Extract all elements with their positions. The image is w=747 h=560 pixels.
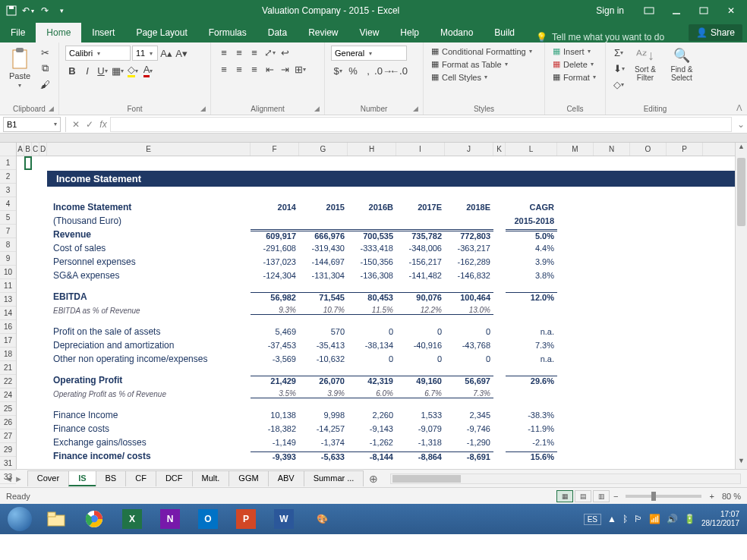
expand-formula-bar-icon[interactable]: ⌄: [735, 119, 747, 130]
sheet-tab[interactable]: ABV: [268, 470, 304, 486]
qat-customize-icon[interactable]: ▾: [55, 4, 68, 17]
cut-icon[interactable]: ✂: [38, 46, 52, 59]
row-header[interactable]: 27: [0, 429, 16, 443]
format-as-table-button[interactable]: ▦Format as Table▾: [430, 58, 509, 70]
row-header[interactable]: 9: [0, 252, 16, 266]
row-header[interactable]: 10: [0, 266, 16, 279]
comma-icon[interactable]: ,: [361, 64, 375, 77]
row-header[interactable]: 18: [0, 348, 16, 361]
sheet-tab[interactable]: GGM: [229, 470, 268, 486]
new-sheet-button[interactable]: ⊕: [363, 473, 384, 485]
row-header[interactable]: 7: [0, 225, 16, 238]
tab-build[interactable]: Build: [484, 23, 525, 42]
row-header[interactable]: 4: [0, 197, 16, 211]
decrease-font-icon[interactable]: A▾: [175, 46, 188, 60]
hscroll-thumb[interactable]: [392, 475, 461, 483]
accounting-icon[interactable]: $▾: [331, 64, 345, 77]
copy-icon[interactable]: ⧉: [38, 61, 52, 75]
insert-cells-button[interactable]: ▦Insert▾: [551, 46, 592, 57]
col-header[interactable]: F: [251, 143, 299, 156]
clock[interactable]: 17:07 28/12/2017: [701, 510, 739, 528]
tab-help[interactable]: Help: [389, 23, 430, 42]
tab-modano[interactable]: Modano: [430, 23, 484, 42]
dialog-launcher-icon[interactable]: ◢: [200, 105, 206, 112]
excel-button[interactable]: X: [114, 507, 150, 531]
row-header[interactable]: 11: [0, 279, 16, 293]
start-button[interactable]: [3, 507, 36, 531]
share-button[interactable]: 👤Share: [689, 24, 742, 41]
tell-me-search[interactable]: 💡Tell me what you want to do: [525, 32, 675, 42]
horizontal-scrollbar[interactable]: [390, 473, 741, 484]
row-header[interactable]: 24: [0, 389, 16, 402]
outlook-button[interactable]: O: [190, 507, 226, 531]
tab-review[interactable]: Review: [298, 23, 348, 42]
col-header[interactable]: N: [594, 143, 630, 156]
word-button[interactable]: W: [266, 507, 302, 531]
page-break-view-icon[interactable]: ▥: [593, 490, 610, 502]
tab-data[interactable]: Data: [257, 23, 298, 42]
fill-icon[interactable]: ⬇▾: [612, 61, 626, 75]
dialog-launcher-icon[interactable]: ◢: [413, 105, 418, 112]
increase-font-icon[interactable]: A▴: [159, 46, 173, 60]
scroll-down-icon[interactable]: ▼: [736, 457, 747, 469]
ribbon-display-icon[interactable]: [639, 4, 659, 17]
cancel-formula-icon[interactable]: ✕: [69, 119, 83, 130]
col-header[interactable]: M: [557, 143, 594, 156]
chrome-button[interactable]: [76, 507, 112, 531]
zoom-in-icon[interactable]: +: [709, 492, 714, 501]
decrease-indent-icon[interactable]: ⇤: [263, 62, 276, 76]
paint-button[interactable]: 🎨: [304, 507, 340, 531]
paste-button[interactable]: Paste ▾: [6, 46, 33, 90]
row-header[interactable]: 8: [0, 238, 16, 252]
minimize-icon[interactable]: [667, 4, 686, 17]
signin-link[interactable]: Sign in: [588, 5, 632, 16]
normal-view-icon[interactable]: ▦: [556, 490, 573, 502]
find-select-button[interactable]: 🔍Find & Select: [665, 46, 698, 83]
underline-icon[interactable]: U▾: [96, 64, 109, 77]
number-format-select[interactable]: General▾: [331, 46, 407, 61]
zoom-level[interactable]: 80 %: [722, 492, 741, 501]
dialog-launcher-icon[interactable]: ◢: [49, 105, 54, 112]
font-color-icon[interactable]: A▾: [141, 64, 155, 77]
sheet-tab[interactable]: IS: [68, 470, 96, 486]
orientation-icon[interactable]: ⤢▾: [263, 46, 276, 59]
network-icon[interactable]: 📶: [649, 514, 660, 524]
align-center-icon[interactable]: ≡: [232, 62, 246, 76]
align-middle-icon[interactable]: ≡: [232, 46, 246, 59]
row-header[interactable]: 25: [0, 402, 16, 416]
col-header[interactable]: H: [348, 143, 396, 156]
sheet-tab[interactable]: BS: [96, 470, 127, 486]
col-header[interactable]: I: [396, 143, 445, 156]
undo-icon[interactable]: ↶▾: [21, 4, 35, 17]
explorer-button[interactable]: [38, 507, 74, 531]
col-header[interactable]: K: [493, 143, 506, 156]
font-name-select[interactable]: Calibri▾: [65, 46, 131, 61]
clear-icon[interactable]: ◇▾: [612, 77, 626, 91]
zoom-thumb[interactable]: [651, 492, 656, 501]
enter-formula-icon[interactable]: ✓: [83, 119, 96, 130]
tab-file[interactable]: File: [0, 23, 36, 42]
language-indicator[interactable]: ES: [584, 514, 601, 525]
redo-icon[interactable]: ↷: [38, 4, 52, 17]
powerpoint-button[interactable]: P: [228, 507, 264, 531]
col-header[interactable]: L: [506, 143, 557, 156]
autosum-icon[interactable]: Σ▾: [612, 46, 626, 59]
increase-decimal-icon[interactable]: .0→: [377, 64, 390, 77]
bold-icon[interactable]: B: [65, 64, 79, 77]
align-right-icon[interactable]: ≡: [247, 62, 261, 76]
wrap-text-icon[interactable]: ↩: [278, 46, 292, 59]
collapse-ribbon-icon[interactable]: ᐱ: [736, 103, 742, 113]
row-header[interactable]: 21: [0, 361, 16, 375]
col-header[interactable]: O: [630, 143, 667, 156]
row-header[interactable]: 33: [0, 470, 16, 484]
onenote-button[interactable]: N: [152, 507, 188, 531]
font-size-select[interactable]: 11▾: [132, 46, 158, 61]
sheet-tab[interactable]: Mult.: [192, 470, 230, 486]
formula-input[interactable]: [110, 117, 732, 132]
tab-home[interactable]: Home: [36, 23, 81, 42]
page-layout-view-icon[interactable]: ▤: [575, 490, 591, 502]
row-header[interactable]: 29: [0, 443, 16, 457]
col-header[interactable]: G: [299, 143, 348, 156]
save-icon[interactable]: [5, 4, 18, 17]
zoom-slider[interactable]: [626, 495, 701, 498]
